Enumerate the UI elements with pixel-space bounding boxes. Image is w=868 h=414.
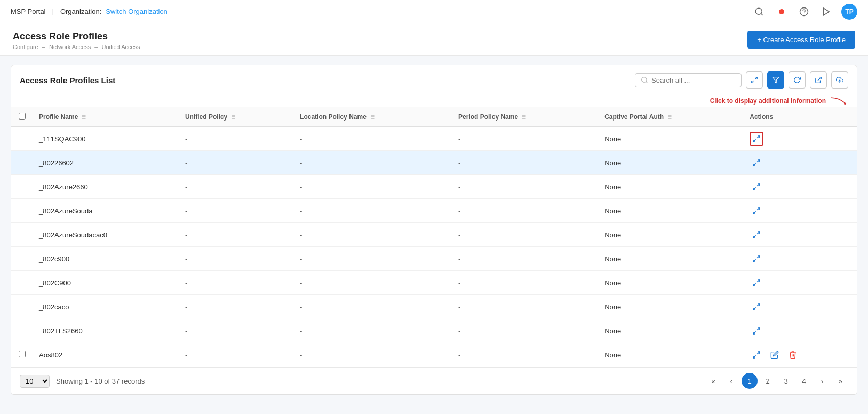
expand-row-button[interactable] <box>750 300 763 314</box>
actions-cell <box>743 271 857 295</box>
breadcrumb-unified-access[interactable]: Unified Access <box>101 44 140 50</box>
location-policy-cell: - <box>293 223 452 247</box>
period-policy-cell: - <box>452 151 598 175</box>
action-icons-group <box>750 204 850 218</box>
filter-button[interactable] <box>767 71 784 89</box>
export-button[interactable] <box>810 71 827 89</box>
profile-name-filter-icon[interactable] <box>80 114 86 120</box>
action-icons-group <box>750 252 850 266</box>
location-policy-filter-icon[interactable] <box>369 114 375 120</box>
location-policy-cell: - <box>293 271 452 295</box>
svg-point-0 <box>755 8 762 14</box>
page-3-button[interactable]: 3 <box>778 373 794 389</box>
nav-right: TP <box>752 4 857 20</box>
table-card: Access Role Profiles List <box>11 65 857 395</box>
first-page-button[interactable]: « <box>705 373 721 389</box>
captive-portal-filter-icon[interactable] <box>666 114 672 120</box>
period-policy-cell: - <box>452 175 598 199</box>
svg-line-10 <box>818 77 821 81</box>
search-box <box>635 73 742 87</box>
expand-row-button[interactable] <box>750 204 763 218</box>
search-icon <box>641 76 648 84</box>
page-title: Access Role Profiles <box>13 31 140 42</box>
breadcrumb-network-access[interactable]: Network Access <box>49 44 91 50</box>
expand-row-button[interactable] <box>750 156 763 170</box>
action-icons-group <box>750 300 850 314</box>
create-profile-button[interactable]: + Create Access Role Profile <box>747 31 855 49</box>
page-size-select[interactable]: 10 25 50 100 <box>20 375 50 388</box>
expand-row-button[interactable] <box>750 132 763 146</box>
svg-marker-4 <box>824 8 830 15</box>
expand-collapse-button[interactable] <box>746 71 763 89</box>
row-checkbox-cell <box>11 319 33 343</box>
table-body: _111SQAC900---None _80226602---None _802… <box>11 127 857 367</box>
captive-portal-cell: None <box>598 175 743 199</box>
search-input[interactable] <box>651 76 726 84</box>
location-policy-cell: - <box>293 295 452 319</box>
help-icon[interactable] <box>797 4 811 19</box>
table-row: _80226602---None <box>11 151 857 175</box>
edit-row-button[interactable] <box>768 348 782 362</box>
delete-row-button[interactable] <box>786 348 800 362</box>
col-location-policy: Location Policy Name <box>293 107 452 127</box>
settings-icon[interactable] <box>819 4 834 19</box>
last-page-button[interactable]: » <box>832 373 848 389</box>
period-policy-cell: - <box>452 295 598 319</box>
notification-icon[interactable] <box>774 4 789 19</box>
period-policy-cell: - <box>452 319 598 343</box>
org-label: Organization: <box>60 7 101 15</box>
breadcrumb-configure[interactable]: Configure <box>13 44 38 50</box>
expand-row-button[interactable] <box>750 324 763 338</box>
row-checkbox-cell <box>11 199 33 223</box>
profile-name-cell: _802TLS2660 <box>33 319 179 343</box>
main-content: Access Role Profiles List <box>0 56 868 403</box>
captive-portal-cell: None <box>598 199 743 223</box>
unified-policy-cell: - <box>179 199 293 223</box>
actions-cell <box>743 151 857 175</box>
expand-row-button[interactable] <box>750 348 763 362</box>
table-row: _802C900---None <box>11 271 857 295</box>
expand-row-button[interactable] <box>750 252 763 266</box>
row-checkbox-cell <box>11 295 33 319</box>
next-page-button[interactable]: › <box>814 373 830 389</box>
captive-portal-cell: None <box>598 247 743 271</box>
page-2-button[interactable]: 2 <box>760 373 776 389</box>
row-checkbox-cell <box>11 127 33 151</box>
captive-portal-cell: None <box>598 319 743 343</box>
expand-row-button[interactable] <box>750 228 763 242</box>
search-global-icon[interactable] <box>752 4 767 19</box>
unified-policy-cell: - <box>179 223 293 247</box>
page-header: Access Role Profiles Configure – Network… <box>0 23 868 56</box>
switch-org-link[interactable]: Switch Organization <box>106 7 168 15</box>
svg-line-1 <box>761 13 762 15</box>
period-policy-cell: - <box>452 199 598 223</box>
captive-portal-cell: None <box>598 223 743 247</box>
refresh-button[interactable] <box>789 71 806 89</box>
row-checkbox-cell <box>11 271 33 295</box>
actions-cell <box>743 247 857 271</box>
unified-policy-filter-icon[interactable] <box>229 114 236 120</box>
actions-cell <box>743 175 857 199</box>
period-policy-filter-icon[interactable] <box>520 114 527 120</box>
top-navigation: MSP Portal | Organization: Switch Organi… <box>0 0 868 23</box>
row-checkbox-cell <box>11 247 33 271</box>
expand-row-button[interactable] <box>750 276 763 290</box>
col-period-policy: Period Policy Name <box>452 107 598 127</box>
page-4-button[interactable]: 4 <box>796 373 812 389</box>
pagination-bar: 10 25 50 100 Showing 1 - 10 of 37 record… <box>11 367 857 394</box>
captive-portal-cell: None <box>598 127 743 151</box>
svg-line-7 <box>755 77 757 79</box>
tooltip-annotation-bar: Click to display additional Information <box>11 95 857 107</box>
prev-page-button[interactable]: ‹ <box>723 373 739 389</box>
upload-button[interactable] <box>831 71 848 89</box>
tooltip-annotation-text: Click to display additional Information <box>710 97 826 105</box>
row-checkbox[interactable] <box>19 351 26 357</box>
user-avatar[interactable]: TP <box>841 4 857 20</box>
page-1-button[interactable]: 1 <box>742 373 758 389</box>
table-head: Profile Name Unified Policy Location Pol… <box>11 107 857 127</box>
profile-name-cell: _802AzureSoudacac0 <box>33 223 179 247</box>
location-policy-cell: - <box>293 343 452 367</box>
expand-row-button[interactable] <box>750 180 763 194</box>
actions-cell <box>743 127 857 151</box>
select-all-checkbox[interactable] <box>19 113 26 120</box>
